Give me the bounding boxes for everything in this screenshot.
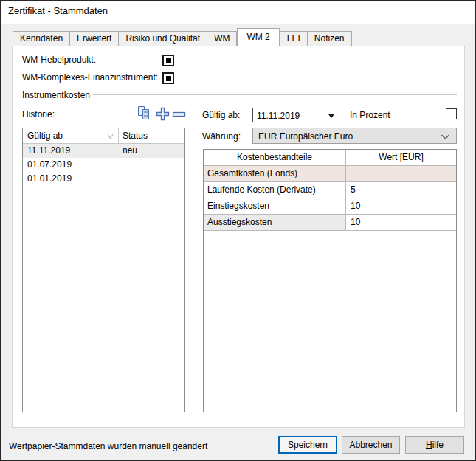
copy-icon[interactable] <box>136 105 153 120</box>
history-row[interactable]: 01.07.2019 <box>23 158 184 172</box>
history-date-cell: 11.11.2019 <box>27 144 70 158</box>
historie-table: Gültig ab Status 11.11.2019 neu 01.07.20… <box>22 128 185 412</box>
kosten-name-cell[interactable]: Gesamtkosten (Fonds) <box>204 166 346 181</box>
kosten-row[interactable]: Gesamtkosten (Fonds) <box>204 166 456 182</box>
kosten-value-cell[interactable]: 5 <box>346 182 456 198</box>
kosten-name-cell[interactable]: Laufende Kosten (Derivate) <box>204 182 346 198</box>
in-prozent-label: In Prozent <box>350 110 390 120</box>
column-divider[interactable] <box>118 128 119 144</box>
kosten-row[interactable]: Einstiegskosten 10 <box>204 198 456 215</box>
waehrung-combobox[interactable]: EUR Europäischer Euro <box>252 128 457 144</box>
komplexes-checkbox[interactable] <box>162 72 174 84</box>
chevron-down-icon <box>441 134 450 140</box>
cancel-button[interactable]: Abbrechen <box>342 436 400 454</box>
groupbox-line <box>93 94 457 95</box>
checkbox-fill <box>166 76 171 81</box>
tab-wm[interactable]: WM <box>207 31 237 46</box>
historie-table-header: Gültig ab Status <box>23 128 184 144</box>
waehrung-label: Währung: <box>202 131 241 142</box>
history-date-cell: 01.07.2019 <box>27 158 72 172</box>
history-row[interactable]: 01.01.2019 <box>23 172 184 186</box>
kosten-row[interactable]: Laufende Kosten (Derivate) 5 <box>204 182 456 198</box>
tab-notizen[interactable]: Notizen <box>308 31 352 46</box>
kosten-name-cell[interactable]: Einstiegskosten <box>204 198 346 214</box>
tab-kenndaten[interactable]: Kenndaten <box>13 31 70 46</box>
tab-lei[interactable]: LEI <box>280 31 308 46</box>
tab-strip: Kenndaten Erweitert Risiko und Qualität … <box>13 28 352 46</box>
historie-label: Historie: <box>22 109 55 119</box>
kosten-name-cell[interactable]: Ausstiegskosten <box>204 215 346 230</box>
history-date-cell: 01.01.2019 <box>27 172 72 186</box>
save-button[interactable]: Speichern <box>278 436 337 454</box>
sort-desc-icon <box>106 133 114 139</box>
column-header-kostenbestandteile: Kostenbestandteile <box>204 150 346 165</box>
help-rest: ilfe <box>432 440 444 450</box>
checkbox-fill <box>166 58 171 63</box>
gueltig-ab-value: 11.11.2019 <box>257 111 300 121</box>
help-button[interactable]: Hilfe <box>405 436 464 454</box>
kosten-value-cell[interactable]: 10 <box>346 198 456 214</box>
window-title: Zertifikat - Stammdaten <box>8 5 108 16</box>
column-header-wert-eur: Wert [EUR] <box>346 150 456 165</box>
waehrung-value: EUR Europäischer Euro <box>258 131 353 142</box>
dropdown-arrow-icon <box>328 114 334 121</box>
dialog-zertifikat-stammdaten: Zertifikat - Stammdaten Kenndaten Erweit… <box>0 0 476 461</box>
remove-icon[interactable] <box>172 111 186 118</box>
in-prozent-checkbox[interactable] <box>446 108 457 119</box>
history-status-cell: neu <box>123 144 137 158</box>
help-accel: H <box>426 440 432 450</box>
status-text: Wertpapier-Stammdaten wurden manuell geä… <box>9 441 207 451</box>
add-icon[interactable] <box>156 107 170 121</box>
kosten-value-cell[interactable]: 10 <box>346 215 456 230</box>
gueltig-ab-dropdown[interactable]: 11.11.2019 <box>252 108 339 122</box>
hebelprodukt-checkbox[interactable] <box>162 55 174 66</box>
kosten-row[interactable]: Ausstiegskosten 10 <box>204 215 456 231</box>
kosten-table: Kostenbestandteile Wert [EUR] Gesamtkost… <box>203 149 457 412</box>
tab-wm2[interactable]: WM 2 <box>237 28 279 46</box>
hebelprodukt-label: WM-Hebelprodukt: <box>22 55 96 65</box>
groupbox-label: Instrumentkosten <box>22 90 90 100</box>
column-header-gueltig-ab[interactable]: Gültig ab <box>27 131 63 141</box>
kosten-value-cell[interactable] <box>346 166 456 181</box>
column-header-status[interactable]: Status <box>123 131 148 141</box>
gueltig-ab-label: Gültig ab: <box>202 110 240 120</box>
history-row[interactable]: 11.11.2019 neu <box>23 144 184 158</box>
title-bar[interactable]: Zertifikat - Stammdaten <box>1 1 475 24</box>
tab-erweitert[interactable]: Erweitert <box>70 31 119 46</box>
kosten-table-header: Kostenbestandteile Wert [EUR] <box>204 150 456 166</box>
tab-risiko-und-qualitaet[interactable]: Risiko und Qualität <box>119 31 207 46</box>
komplexes-label: WM-Komplexes-Finanzinstrument: <box>22 72 158 83</box>
